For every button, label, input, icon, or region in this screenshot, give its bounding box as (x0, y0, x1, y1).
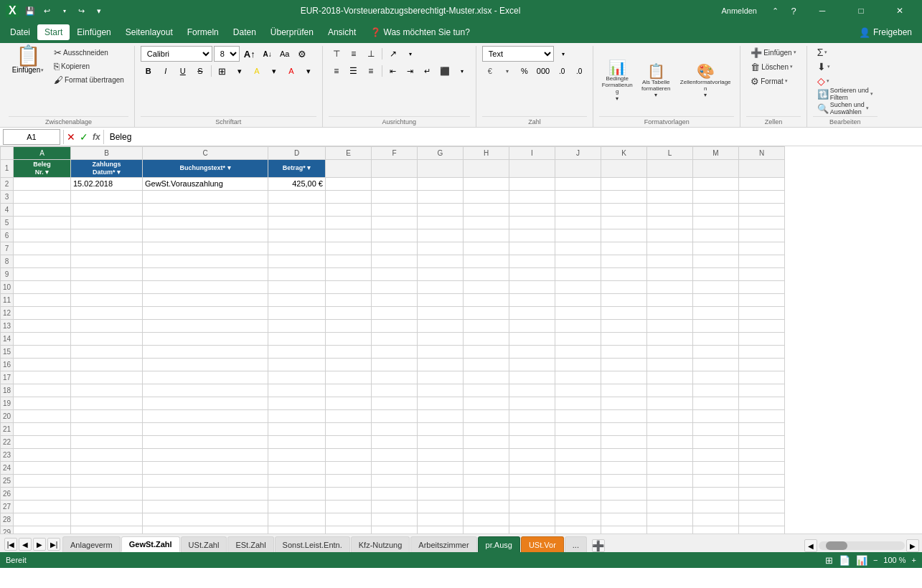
cell-e29[interactable] (326, 526, 372, 534)
cell-i25[interactable] (509, 474, 555, 487)
cell-a20[interactable] (14, 409, 71, 422)
cell-m15[interactable] (693, 345, 739, 358)
cell-m18[interactable] (693, 384, 739, 397)
cell-g4[interactable] (418, 203, 464, 216)
tab-more[interactable]: ... (565, 536, 587, 552)
cell-d20[interactable] (268, 409, 326, 422)
cell-n1[interactable] (739, 160, 785, 178)
cell-c18[interactable] (143, 384, 268, 397)
cell-i22[interactable] (509, 435, 555, 448)
cell-a16[interactable] (14, 358, 71, 371)
undo-btn[interactable]: ↩ (41, 4, 54, 17)
cell-l2[interactable] (647, 177, 693, 190)
cell-c23[interactable] (143, 448, 268, 461)
insert-cells-btn[interactable]: ➕ Einfügen ▾ (746, 46, 800, 59)
cell-c28[interactable] (143, 513, 268, 526)
cell-f16[interactable] (372, 358, 418, 371)
cell-k15[interactable] (601, 345, 647, 358)
cell-l29[interactable] (647, 526, 693, 534)
cell-c13[interactable] (143, 319, 268, 332)
cell-j24[interactable] (555, 461, 601, 474)
cell-k11[interactable] (601, 293, 647, 306)
cell-b14[interactable] (71, 332, 143, 345)
cell-k17[interactable] (601, 371, 647, 384)
copy-btn[interactable]: ⎘ Kopieren (50, 60, 128, 72)
tab-gewstzahl[interactable]: GewSt.Zahl (121, 536, 180, 552)
cell-m1[interactable] (693, 160, 739, 178)
cell-g24[interactable] (418, 461, 464, 474)
cell-e22[interactable] (326, 435, 372, 448)
cell-b29[interactable] (71, 526, 143, 534)
zoom-out-btn[interactable]: − (873, 556, 878, 564)
bold-btn[interactable]: B (141, 63, 156, 79)
cell-j3[interactable] (555, 190, 601, 203)
cell-b11[interactable] (71, 293, 143, 306)
cell-l19[interactable] (647, 397, 693, 409)
cell-m6[interactable] (693, 229, 739, 242)
find-select-btn[interactable]: 🔍 Suchen undAuswählen ▾ (813, 102, 878, 115)
cell-j13[interactable] (555, 319, 601, 332)
cell-i1[interactable] (509, 160, 555, 178)
cell-m16[interactable] (693, 358, 739, 371)
cell-l28[interactable] (647, 513, 693, 526)
cell-d12[interactable] (268, 306, 326, 319)
cell-f1[interactable] (372, 160, 418, 178)
cell-j7[interactable] (555, 242, 601, 255)
cell-n8[interactable] (739, 255, 785, 267)
cell-e4[interactable] (326, 203, 372, 216)
cell-a17[interactable] (14, 371, 71, 384)
cell-n25[interactable] (739, 474, 785, 487)
quick-save-btn[interactable]: 💾 (24, 4, 37, 17)
cell-c8[interactable] (143, 255, 268, 267)
cell-d1[interactable]: Betrag* ▾ (268, 160, 326, 178)
cell-c21[interactable] (143, 422, 268, 435)
cell-k8[interactable] (601, 255, 647, 267)
cell-h7[interactable] (464, 242, 509, 255)
cell-b17[interactable] (71, 371, 143, 384)
cell-g27[interactable] (418, 500, 464, 513)
cell-h20[interactable] (464, 409, 509, 422)
cell-g5[interactable] (418, 216, 464, 229)
cell-g29[interactable] (418, 526, 464, 534)
hscroll-right-btn[interactable]: ▶ (906, 539, 919, 552)
cell-h14[interactable] (464, 332, 509, 345)
cell-j1[interactable] (555, 160, 601, 178)
cell-d16[interactable] (268, 358, 326, 371)
cell-k26[interactable] (601, 487, 647, 500)
cell-f24[interactable] (372, 461, 418, 474)
cell-e23[interactable] (326, 448, 372, 461)
cell-a7[interactable] (14, 242, 71, 255)
cell-e7[interactable] (326, 242, 372, 255)
clear-btn[interactable]: ◇ ▾ (813, 75, 834, 87)
sort-arrow-icon[interactable]: ▾ (870, 91, 873, 97)
cell-k20[interactable] (601, 409, 647, 422)
cell-a25[interactable] (14, 474, 71, 487)
cell-k5[interactable] (601, 216, 647, 229)
cell-n16[interactable] (739, 358, 785, 371)
paste-btn[interactable]: 📋 (16, 46, 41, 66)
cell-l1[interactable] (647, 160, 693, 178)
cell-j16[interactable] (555, 358, 601, 371)
cut-btn[interactable]: ✂ Ausschneiden (50, 46, 128, 59)
orientation-btn[interactable]: ↗ (385, 46, 401, 62)
cell-b21[interactable] (71, 422, 143, 435)
align-center-btn[interactable]: ☰ (346, 63, 362, 79)
cell-g21[interactable] (418, 422, 464, 435)
cell-g18[interactable] (418, 384, 464, 397)
cell-c12[interactable] (143, 306, 268, 319)
cell-g19[interactable] (418, 397, 464, 409)
cell-m2[interactable] (693, 177, 739, 190)
cell-a12[interactable] (14, 306, 71, 319)
cell-f9[interactable] (372, 267, 418, 280)
cell-n15[interactable] (739, 345, 785, 358)
cell-h17[interactable] (464, 371, 509, 384)
cell-i28[interactable] (509, 513, 555, 526)
cell-l7[interactable] (647, 242, 693, 255)
cell-m22[interactable] (693, 435, 739, 448)
cell-e12[interactable] (326, 306, 372, 319)
cell-k28[interactable] (601, 513, 647, 526)
conditional-format-btn[interactable]: 📊 BedingteFormatierung ▾ (599, 61, 635, 100)
align-top-btn[interactable]: ⊤ (329, 46, 344, 62)
cell-d19[interactable] (268, 397, 326, 409)
zoom-in-btn[interactable]: + (912, 556, 916, 564)
